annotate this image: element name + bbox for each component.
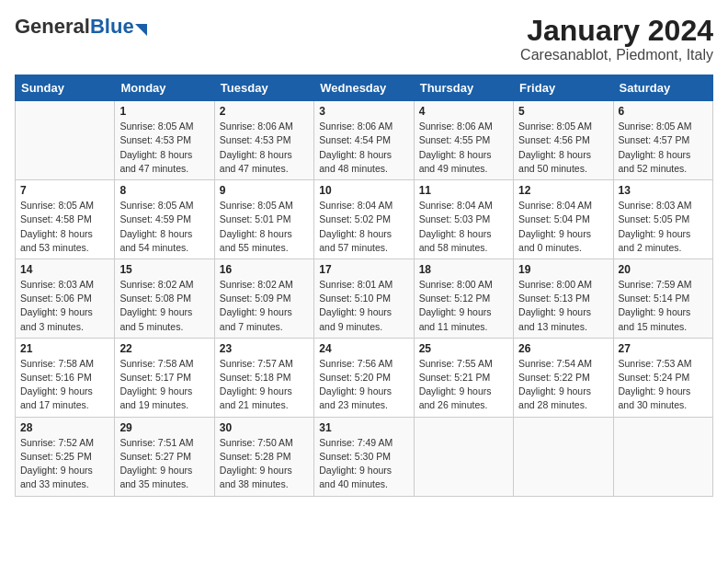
calendar-cell: 21Sunrise: 7:58 AM Sunset: 5:16 PM Dayli…	[16, 338, 115, 417]
day-info: Sunrise: 7:57 AM Sunset: 5:18 PM Dayligh…	[220, 357, 309, 413]
day-number: 15	[119, 263, 209, 276]
calendar-cell: 5Sunrise: 8:05 AM Sunset: 4:56 PM Daylig…	[514, 101, 613, 180]
day-number: 30	[220, 421, 309, 434]
calendar-cell: 1Sunrise: 8:05 AM Sunset: 4:53 PM Daylig…	[115, 101, 214, 180]
calendar-cell: 29Sunrise: 7:51 AM Sunset: 5:27 PM Dayli…	[115, 417, 214, 496]
day-number: 16	[220, 263, 309, 276]
calendar-cell: 19Sunrise: 8:00 AM Sunset: 5:13 PM Dayli…	[514, 259, 613, 338]
calendar-cell: 13Sunrise: 8:03 AM Sunset: 5:05 PM Dayli…	[613, 180, 712, 259]
calendar-cell	[613, 417, 712, 496]
calendar-cell	[16, 101, 115, 180]
calendar-cell: 6Sunrise: 8:05 AM Sunset: 4:57 PM Daylig…	[613, 101, 712, 180]
day-info: Sunrise: 8:05 AM Sunset: 4:57 PM Dayligh…	[619, 120, 708, 176]
calendar-cell: 7Sunrise: 8:05 AM Sunset: 4:58 PM Daylig…	[16, 180, 115, 259]
week-row-3: 14Sunrise: 8:03 AM Sunset: 5:06 PM Dayli…	[16, 259, 713, 338]
day-number: 25	[419, 342, 508, 355]
day-number: 8	[119, 184, 209, 197]
calendar-cell: 31Sunrise: 7:49 AM Sunset: 5:30 PM Dayli…	[314, 417, 414, 496]
day-info: Sunrise: 8:05 AM Sunset: 4:53 PM Dayligh…	[119, 120, 209, 176]
day-number: 10	[319, 184, 408, 197]
day-number: 17	[319, 263, 408, 276]
day-number: 28	[20, 421, 109, 434]
day-number: 14	[20, 263, 109, 276]
calendar-cell: 15Sunrise: 8:02 AM Sunset: 5:08 PM Dayli…	[115, 259, 214, 338]
day-info: Sunrise: 7:53 AM Sunset: 5:24 PM Dayligh…	[619, 357, 708, 413]
day-info: Sunrise: 8:05 AM Sunset: 5:01 PM Dayligh…	[220, 199, 309, 255]
day-info: Sunrise: 8:06 AM Sunset: 4:54 PM Dayligh…	[319, 120, 408, 176]
calendar-cell: 30Sunrise: 7:50 AM Sunset: 5:28 PM Dayli…	[214, 417, 313, 496]
day-info: Sunrise: 7:58 AM Sunset: 5:16 PM Dayligh…	[20, 357, 109, 413]
calendar-cell: 11Sunrise: 8:04 AM Sunset: 5:03 PM Dayli…	[414, 180, 513, 259]
calendar-cell: 16Sunrise: 8:02 AM Sunset: 5:09 PM Dayli…	[214, 259, 313, 338]
calendar-cell: 14Sunrise: 8:03 AM Sunset: 5:06 PM Dayli…	[16, 259, 115, 338]
calendar-cell: 18Sunrise: 8:00 AM Sunset: 5:12 PM Dayli…	[414, 259, 513, 338]
day-info: Sunrise: 8:01 AM Sunset: 5:10 PM Dayligh…	[319, 278, 408, 334]
day-info: Sunrise: 8:05 AM Sunset: 4:56 PM Dayligh…	[518, 120, 608, 176]
day-info: Sunrise: 7:54 AM Sunset: 5:22 PM Dayligh…	[518, 357, 608, 413]
col-header-thursday: Thursday	[414, 75, 513, 101]
day-info: Sunrise: 8:02 AM Sunset: 5:09 PM Dayligh…	[220, 278, 309, 334]
day-number: 4	[419, 105, 508, 118]
day-number: 27	[619, 342, 708, 355]
calendar-cell: 2Sunrise: 8:06 AM Sunset: 4:53 PM Daylig…	[214, 101, 313, 180]
day-info: Sunrise: 8:04 AM Sunset: 5:04 PM Dayligh…	[518, 199, 608, 255]
calendar-cell: 24Sunrise: 7:56 AM Sunset: 5:20 PM Dayli…	[314, 338, 414, 417]
calendar-cell: 3Sunrise: 8:06 AM Sunset: 4:54 PM Daylig…	[314, 101, 414, 180]
calendar-cell: 10Sunrise: 8:04 AM Sunset: 5:02 PM Dayli…	[314, 180, 414, 259]
day-number: 1	[119, 105, 209, 118]
day-info: Sunrise: 8:02 AM Sunset: 5:08 PM Dayligh…	[119, 278, 209, 334]
day-info: Sunrise: 8:04 AM Sunset: 5:03 PM Dayligh…	[419, 199, 508, 255]
calendar-cell: 26Sunrise: 7:54 AM Sunset: 5:22 PM Dayli…	[514, 338, 613, 417]
day-number: 20	[619, 263, 708, 276]
calendar-cell: 27Sunrise: 7:53 AM Sunset: 5:24 PM Dayli…	[613, 338, 712, 417]
day-number: 29	[119, 421, 209, 434]
week-row-5: 28Sunrise: 7:52 AM Sunset: 5:25 PM Dayli…	[16, 417, 713, 496]
day-number: 22	[119, 342, 209, 355]
day-info: Sunrise: 7:50 AM Sunset: 5:28 PM Dayligh…	[220, 436, 309, 492]
col-header-friday: Friday	[514, 75, 613, 101]
day-number: 6	[619, 105, 708, 118]
day-info: Sunrise: 8:05 AM Sunset: 4:58 PM Dayligh…	[20, 199, 109, 255]
col-header-sunday: Sunday	[16, 75, 115, 101]
day-number: 2	[220, 105, 309, 118]
day-number: 21	[20, 342, 109, 355]
day-number: 7	[20, 184, 109, 197]
day-number: 31	[319, 421, 408, 434]
day-info: Sunrise: 8:03 AM Sunset: 5:05 PM Dayligh…	[619, 199, 708, 255]
day-info: Sunrise: 7:58 AM Sunset: 5:17 PM Dayligh…	[119, 357, 209, 413]
calendar-cell: 28Sunrise: 7:52 AM Sunset: 5:25 PM Dayli…	[16, 417, 115, 496]
column-headers: SundayMondayTuesdayWednesdayThursdayFrid…	[16, 75, 713, 101]
page-subtitle: Caresanablot, Piedmont, Italy	[520, 47, 713, 63]
calendar-cell: 8Sunrise: 8:05 AM Sunset: 4:59 PM Daylig…	[115, 180, 214, 259]
logo-arrow-icon	[135, 24, 147, 36]
day-number: 23	[220, 342, 309, 355]
day-number: 18	[419, 263, 508, 276]
day-info: Sunrise: 7:49 AM Sunset: 5:30 PM Dayligh…	[319, 436, 408, 492]
day-info: Sunrise: 7:55 AM Sunset: 5:21 PM Dayligh…	[419, 357, 508, 413]
week-row-4: 21Sunrise: 7:58 AM Sunset: 5:16 PM Dayli…	[16, 338, 713, 417]
day-number: 12	[518, 184, 608, 197]
day-info: Sunrise: 7:56 AM Sunset: 5:20 PM Dayligh…	[319, 357, 408, 413]
logo-blue: Blue	[90, 15, 134, 39]
col-header-tuesday: Tuesday	[214, 75, 313, 101]
col-header-monday: Monday	[115, 75, 214, 101]
col-header-wednesday: Wednesday	[314, 75, 414, 101]
calendar-cell: 12Sunrise: 8:04 AM Sunset: 5:04 PM Dayli…	[514, 180, 613, 259]
calendar-cell	[514, 417, 613, 496]
logo: General Blue	[15, 15, 147, 39]
calendar-cell: 20Sunrise: 7:59 AM Sunset: 5:14 PM Dayli…	[613, 259, 712, 338]
col-header-saturday: Saturday	[613, 75, 712, 101]
week-row-1: 1Sunrise: 8:05 AM Sunset: 4:53 PM Daylig…	[16, 101, 713, 180]
day-info: Sunrise: 8:03 AM Sunset: 5:06 PM Dayligh…	[20, 278, 109, 334]
day-info: Sunrise: 8:00 AM Sunset: 5:12 PM Dayligh…	[419, 278, 508, 334]
title-block: January 2024 Caresanablot, Piedmont, Ita…	[520, 15, 713, 63]
day-number: 26	[518, 342, 608, 355]
calendar-cell: 4Sunrise: 8:06 AM Sunset: 4:55 PM Daylig…	[414, 101, 513, 180]
calendar-cell: 9Sunrise: 8:05 AM Sunset: 5:01 PM Daylig…	[214, 180, 313, 259]
day-info: Sunrise: 7:52 AM Sunset: 5:25 PM Dayligh…	[20, 436, 109, 492]
page-header: General Blue January 2024 Caresanablot, …	[15, 15, 713, 63]
day-info: Sunrise: 8:00 AM Sunset: 5:13 PM Dayligh…	[518, 278, 608, 334]
calendar-table: SundayMondayTuesdayWednesdayThursdayFrid…	[15, 75, 713, 496]
calendar-cell: 22Sunrise: 7:58 AM Sunset: 5:17 PM Dayli…	[115, 338, 214, 417]
day-number: 24	[319, 342, 408, 355]
